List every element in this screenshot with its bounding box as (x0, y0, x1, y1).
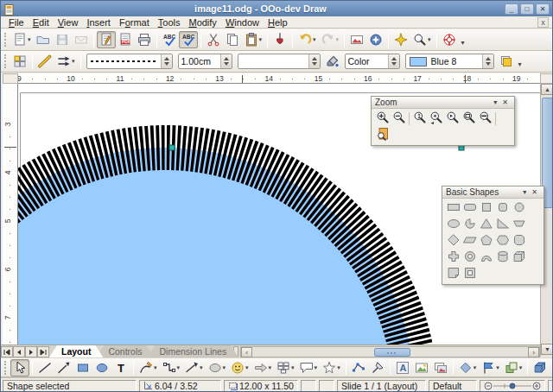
menu-item-view[interactable]: View (54, 17, 83, 28)
new-document-button[interactable]: ▾ (10, 31, 34, 48)
slide-indicator-cell[interactable]: Slide 1 / 1 (Layout) (337, 380, 426, 392)
previous-page-button[interactable] (13, 346, 25, 357)
combo-spinner[interactable] (308, 54, 320, 68)
lines-arrows-button[interactable]: ▾ (182, 359, 206, 376)
next-page-button[interactable] (25, 346, 37, 357)
combo-spinner[interactable] (220, 54, 232, 68)
toolbar-overflow-button[interactable]: ▾ (461, 39, 465, 47)
zoom-slider-cell[interactable] (480, 380, 545, 392)
palette-close-icon[interactable]: ✕ (499, 98, 511, 106)
area-dialog-button[interactable] (323, 53, 342, 70)
shape-right-triangle-button[interactable] (494, 217, 511, 233)
shape-rectangle-button[interactable] (445, 200, 461, 217)
tab-layout[interactable]: Layout (49, 345, 103, 357)
shape-octagon-button[interactable] (511, 233, 527, 250)
cut-button[interactable] (204, 31, 223, 48)
shape-circle-button[interactable] (511, 200, 527, 217)
extrusion-button[interactable] (531, 359, 550, 376)
edit-file-button[interactable] (97, 31, 116, 48)
edit-points-button[interactable] (349, 359, 368, 376)
shape-rounded-rectangle-button[interactable] (461, 200, 478, 217)
vertical-ruler[interactable]: 34567 (3, 84, 18, 345)
zoom-slider[interactable] (484, 381, 541, 391)
display-grid-button[interactable] (391, 31, 410, 48)
tab-controls[interactable]: Controls (96, 345, 154, 357)
arrow-style-button[interactable]: ▾ (54, 53, 78, 70)
open-button[interactable] (34, 31, 53, 48)
auto-spellcheck-button[interactable]: ABC (179, 31, 198, 48)
palette-menu-icon[interactable]: ▾ (491, 98, 499, 106)
area-style-combo[interactable]: Color (345, 54, 400, 69)
shape-parallelogram-button[interactable] (461, 233, 478, 250)
line-style-combo[interactable] (86, 54, 173, 69)
shape-circle-pie-button[interactable] (461, 217, 478, 233)
selected-ellipse-shape[interactable] (18, 148, 416, 345)
shape-cross-button[interactable] (445, 250, 461, 266)
undo-button[interactable]: ▾ (296, 31, 319, 48)
line-button[interactable] (35, 359, 54, 376)
maximize-button[interactable]: □ (520, 3, 534, 15)
paste-button[interactable]: ▾ (242, 31, 265, 48)
flowchart-button[interactable]: ▾ (274, 359, 297, 376)
toolbar-grip[interactable] (4, 361, 9, 375)
combo-spinner[interactable] (388, 54, 399, 68)
first-page-button[interactable] (1, 346, 13, 357)
zoom-palette-titlebar[interactable]: Zoom ▾ ✕ (372, 97, 514, 109)
callouts-button[interactable]: ▾ (297, 359, 321, 376)
scroll-up-button[interactable]: ▲ (541, 84, 553, 95)
horizontal-ruler[interactable]: 910111213141516171819 (18, 73, 540, 84)
email-button[interactable] (72, 31, 91, 48)
shape-cylinder-button[interactable] (494, 250, 511, 266)
arrange-button[interactable]: ▾ (502, 359, 525, 376)
block-arrows-button[interactable]: ▾ (251, 359, 275, 376)
shape-ellipse-button[interactable] (445, 217, 461, 233)
zoom-slider-thumb[interactable] (510, 383, 515, 389)
help-button[interactable] (440, 31, 459, 48)
zoom-in-button[interactable] (374, 111, 391, 127)
menu-item-insert[interactable]: Insert (82, 17, 115, 28)
navigator-button[interactable] (366, 31, 385, 48)
close-document-button[interactable]: x (537, 17, 549, 28)
scroll-down-button[interactable]: ▼ (541, 344, 553, 355)
symbol-shapes-button[interactable]: ▾ (228, 359, 251, 376)
zoom-button[interactable]: ▾ (410, 31, 434, 48)
line-width-spinbox[interactable]: 1.00cm (178, 54, 232, 69)
scroll-left-button[interactable]: ‹ (241, 347, 252, 357)
zoom-percent-cell[interactable]: 216% (548, 380, 553, 392)
menu-item-modify[interactable]: Modify (184, 17, 220, 28)
line-dialog-button[interactable] (35, 53, 54, 70)
rotate-button[interactable]: ▾ (456, 359, 480, 376)
tab-dimension-lines[interactable]: Dimension Lines (148, 345, 239, 357)
shape-ring-button[interactable] (461, 250, 478, 266)
gallery-button[interactable] (347, 31, 366, 48)
gallery-picture-button[interactable] (431, 359, 450, 376)
export-pdf-button[interactable]: PDF (116, 31, 135, 48)
shape-cube-button[interactable] (511, 250, 527, 266)
page-style-cell[interactable]: Default (429, 380, 477, 392)
zoom-page-button[interactable] (461, 111, 477, 127)
fontwork-gallery-button[interactable]: A (393, 359, 412, 376)
toolbar-grip[interactable] (4, 54, 9, 68)
zoom-out-button[interactable] (391, 111, 407, 127)
shape-folded-corner-button[interactable] (445, 266, 461, 282)
cursor-position-cell[interactable]: 6.04 / 3.52 (139, 380, 221, 392)
styles-formatting-button[interactable] (10, 53, 29, 70)
save-button[interactable] (53, 31, 72, 48)
ellipse-tool-button[interactable] (92, 359, 111, 376)
palette-close-icon[interactable]: ✕ (529, 188, 540, 196)
spellcheck-button[interactable]: ABC (160, 31, 179, 48)
connector-button[interactable]: ▾ (160, 359, 183, 376)
zoom-100-button[interactable]: 1 (411, 111, 428, 127)
menu-item-file[interactable]: File (4, 17, 29, 28)
horizontal-scrollbar[interactable]: ‹ › (240, 346, 540, 357)
from-file-button[interactable] (412, 359, 431, 376)
shape-isosceles-triangle-button[interactable] (478, 217, 494, 233)
minimize-button[interactable]: _ (505, 3, 518, 15)
zoom-previous-button[interactable] (428, 111, 444, 127)
shape-rounded-square-button[interactable] (494, 200, 511, 217)
menu-item-window[interactable]: Window (221, 17, 264, 28)
print-button[interactable] (135, 31, 154, 48)
shape-diamond-button[interactable] (445, 233, 461, 250)
redo-button[interactable]: ▾ (319, 31, 342, 48)
last-page-button[interactable] (37, 346, 49, 357)
